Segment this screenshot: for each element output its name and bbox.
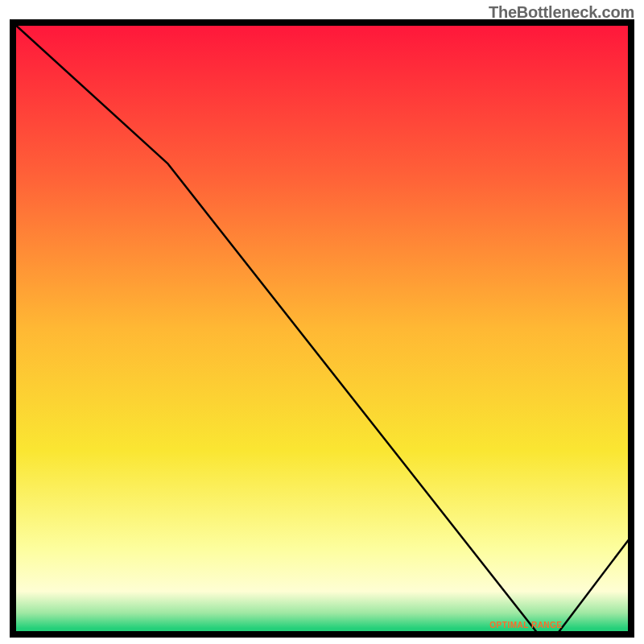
attribution-text: TheBottleneck.com [489,3,634,22]
chart-container: TheBottleneck.com OPTIMAL RANGE [0,0,644,644]
chart-plot: OPTIMAL RANGE [0,0,644,644]
optimal-range-label: OPTIMAL RANGE [489,621,562,630]
gradient-background [13,23,631,634]
